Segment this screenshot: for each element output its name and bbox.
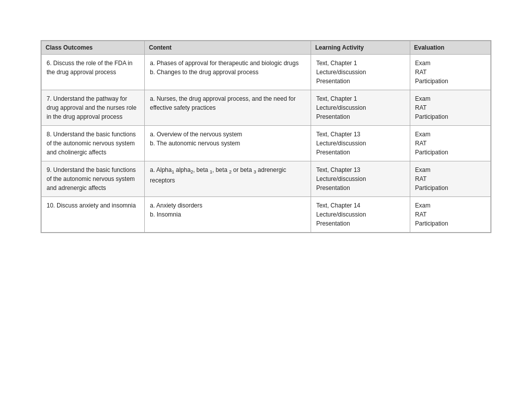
cell-content: a. Nurses, the drug approval process, an… [145, 90, 311, 126]
header-activity: Learning Activity [311, 41, 410, 55]
cell-evaluation: ExamRATParticipation [410, 161, 490, 197]
cell-activity: Text, Chapter 1Lecture/discussionPresent… [311, 55, 410, 90]
page-container: Class Outcomes Content Learning Activity… [0, 0, 532, 412]
cell-outcome: 8. Understand the basic functions of the… [42, 126, 145, 161]
table-row: 6. Discuss the role of the FDA in the dr… [42, 55, 491, 90]
header-evaluation: Evaluation [410, 41, 490, 55]
cell-outcome: 10. Discuss anxiety and insomnia [42, 197, 145, 233]
main-table: Class Outcomes Content Learning Activity… [41, 41, 491, 233]
cell-content: a. Anxiety disordersb. Insomnia [145, 197, 311, 233]
cell-content: a. Alpha1 alpha2, beta 1, beta 2 or beta… [145, 161, 311, 197]
table-wrapper: Class Outcomes Content Learning Activity… [41, 40, 491, 233]
table-row: 7. Understand the pathway for drug appro… [42, 90, 491, 126]
cell-content: a. Overview of the nervous systemb. The … [145, 126, 311, 161]
header-content: Content [145, 41, 311, 55]
cell-content: a. Phases of approval for therapeutic an… [145, 55, 311, 90]
cell-activity: Text, Chapter 13Lecture/discussionPresen… [311, 161, 410, 197]
cell-activity: Text, Chapter 13Lecture/discussionPresen… [311, 126, 410, 161]
cell-outcome: 7. Understand the pathway for drug appro… [42, 90, 145, 126]
header-row: Class Outcomes Content Learning Activity… [42, 41, 491, 55]
cell-evaluation: ExamRATParticipation [410, 90, 490, 126]
table-row: 10. Discuss anxiety and insomniaa. Anxie… [42, 197, 491, 233]
header-outcomes: Class Outcomes [42, 41, 145, 55]
cell-outcome: 6. Discuss the role of the FDA in the dr… [42, 55, 145, 90]
cell-evaluation: ExamRATParticipation [410, 197, 490, 233]
cell-evaluation: ExamRATParticipation [410, 55, 490, 90]
table-row: 8. Understand the basic functions of the… [42, 126, 491, 161]
table-body: 6. Discuss the role of the FDA in the dr… [42, 55, 491, 233]
cell-activity: Text, Chapter 14Lecture/discussionPresen… [311, 197, 410, 233]
cell-outcome: 9. Understand the basic functions of the… [42, 161, 145, 197]
table-row: 9. Understand the basic functions of the… [42, 161, 491, 197]
cell-activity: Text, Chapter 1Lecture/discussionPresent… [311, 90, 410, 126]
cell-evaluation: ExamRATParticipation [410, 126, 490, 161]
